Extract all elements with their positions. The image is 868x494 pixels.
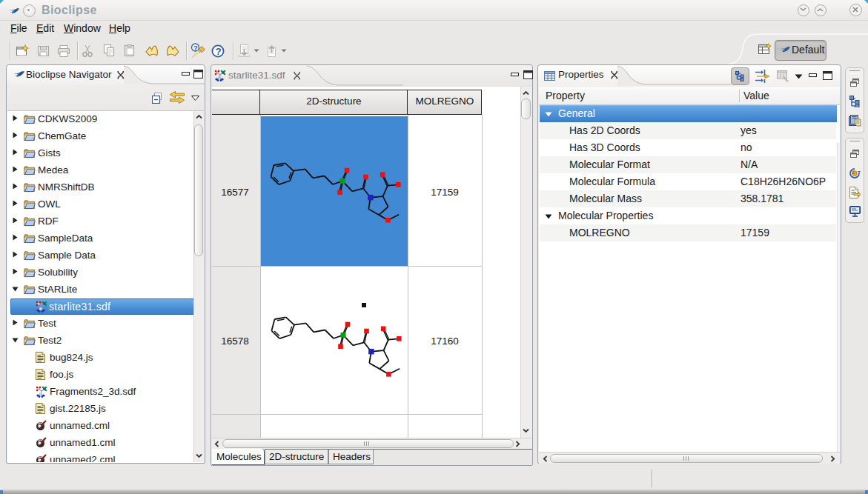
svg-text:?: ? (215, 46, 221, 57)
